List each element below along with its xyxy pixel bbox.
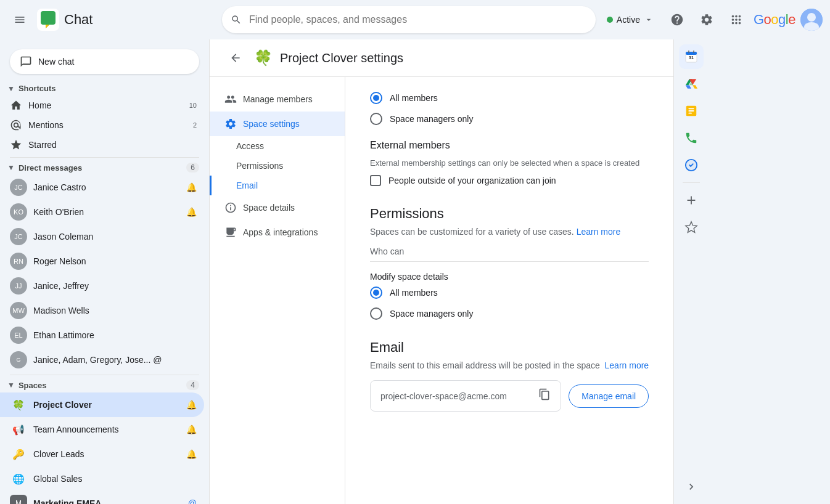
- spaces-label: Spaces: [18, 381, 183, 390]
- sidebar-item-starred[interactable]: Starred: [0, 135, 204, 155]
- nav-space-details[interactable]: Space details: [210, 195, 345, 220]
- radio-space-managers-2[interactable]: Space managers only: [370, 307, 649, 320]
- marketing-emea-icon: M: [10, 495, 27, 504]
- clover-icon: 🍀: [254, 49, 273, 67]
- email-address-input[interactable]: [380, 391, 533, 401]
- status-button[interactable]: Active: [601, 11, 660, 28]
- right-icon-expand[interactable]: [679, 474, 704, 499]
- keith-obrien-avatar: KO: [10, 203, 27, 221]
- madison-wells-name: Madison Wells: [33, 306, 197, 315]
- nav-space-settings[interactable]: Space settings: [210, 112, 345, 136]
- sidebar-item-team-announcements[interactable]: 📢 Team Announcements 🔔: [0, 417, 204, 442]
- right-icon-phone[interactable]: [679, 126, 704, 150]
- right-icon-keep[interactable]: [679, 99, 704, 123]
- email-input-row: Manage email: [370, 380, 649, 412]
- checkbox-outside-org-label: People outside of your organization can …: [388, 176, 556, 185]
- sidebar-item-group-chat[interactable]: G Janice, Adam, Gregory, Jose... @: [0, 348, 204, 372]
- roger-nelson-avatar: RN: [10, 253, 27, 270]
- sidebar-item-janice-jeffrey[interactable]: JJ Janice, Jeffrey: [0, 274, 204, 298]
- email-learn-more-link[interactable]: Learn more: [605, 360, 649, 370]
- right-icon-calendar[interactable]: 31: [679, 44, 704, 69]
- who-can-section: Who can Modify space details All members…: [370, 246, 649, 320]
- marketing-emea-name: Marketing EMEA: [33, 498, 182, 504]
- permissions-radio-group: All members Space managers only: [370, 287, 649, 320]
- nav-permissions[interactable]: Permissions: [210, 156, 345, 176]
- svg-rect-6: [686, 52, 697, 55]
- copy-icon[interactable]: [538, 388, 551, 404]
- shortcuts-header[interactable]: ▼ Shortcuts: [0, 81, 209, 96]
- sidebar: New chat ▼ Shortcuts Home 10 Mentions 2 …: [0, 39, 210, 504]
- group-chat-name: Janice, Adam, Gregory, Jose... @: [33, 355, 197, 365]
- apps-button[interactable]: [724, 7, 749, 32]
- keith-obrien-bell: 🔔: [186, 207, 197, 217]
- email-input-box: [370, 380, 561, 412]
- permissions-desc-text: Spaces can be customized for a variety o…: [370, 227, 574, 237]
- sidebar-item-marketing-emea[interactable]: M Marketing EMEA @: [0, 491, 204, 504]
- svg-rect-12: [688, 110, 694, 112]
- new-chat-button[interactable]: New chat: [10, 49, 199, 74]
- shortcuts-label: Shortcuts: [18, 84, 199, 93]
- right-icon-more[interactable]: [679, 188, 704, 213]
- search-input[interactable]: [222, 6, 596, 33]
- apps-integrations-label: Apps & integrations: [243, 227, 318, 237]
- phone-icon: [684, 131, 698, 145]
- sidebar-item-clover-leads[interactable]: 🔑 Clover Leads 🔔: [0, 442, 204, 466]
- checkbox-outside-org[interactable]: People outside of your organization can …: [370, 175, 649, 186]
- settings-button[interactable]: [694, 7, 719, 32]
- sidebar-item-ethan-lattimore[interactable]: EL Ethan Lattimore: [0, 323, 204, 348]
- keep-icon: [684, 104, 698, 118]
- hamburger-menu[interactable]: [7, 7, 32, 32]
- janice-jeffrey-avatar: JJ: [10, 277, 27, 295]
- chevron-down-icon: [644, 15, 654, 25]
- sidebar-item-keith-obrien[interactable]: KO Keith O'Brien 🔔: [0, 200, 204, 224]
- manage-members-icon: [224, 93, 237, 105]
- new-chat-icon: [20, 55, 32, 68]
- status-label: Active: [617, 15, 640, 25]
- spaces-header[interactable]: ▼ Spaces 4: [0, 378, 209, 392]
- sidebar-item-roger-nelson[interactable]: RN Roger Nelson: [0, 249, 204, 274]
- nav-manage-members[interactable]: Manage members: [210, 87, 345, 112]
- space-details-icon: [224, 201, 237, 214]
- right-icon-drive[interactable]: [679, 71, 704, 96]
- sidebar-item-mentions[interactable]: Mentions 2: [0, 115, 204, 135]
- divider-1: [10, 157, 199, 158]
- sidebar-item-jason-coleman[interactable]: JC Jason Coleman: [0, 224, 204, 249]
- topbar-left: Chat: [7, 7, 217, 32]
- team-announcements-name: Team Announcements: [33, 425, 180, 434]
- settings-header: 🍀 Project Clover settings: [210, 39, 673, 77]
- radio-all-members-1[interactable]: All members: [370, 92, 649, 104]
- svg-text:31: 31: [689, 55, 694, 60]
- who-can-separator: [370, 261, 649, 262]
- star-icon: [10, 139, 22, 151]
- manage-members-label: Manage members: [243, 94, 313, 104]
- roger-nelson-name: Roger Nelson: [33, 256, 197, 266]
- right-icon-tasks[interactable]: [679, 153, 704, 177]
- sidebar-item-janice-castro[interactable]: JC Janice Castro 🔔: [0, 175, 204, 200]
- user-avatar[interactable]: [800, 9, 823, 31]
- nav-apps-integrations[interactable]: Apps & integrations: [210, 220, 345, 245]
- sidebar-item-project-clover[interactable]: 🍀 Project Clover 🔔: [0, 392, 204, 417]
- nav-email[interactable]: Email: [210, 176, 345, 195]
- top-radio-group: All members Space managers only: [370, 92, 649, 125]
- right-icon-bookmark[interactable]: [679, 215, 704, 240]
- svg-rect-13: [688, 113, 692, 114]
- sidebar-item-global-sales[interactable]: 🌐 Global Sales: [0, 466, 204, 491]
- calendar-icon: 31: [684, 49, 699, 64]
- radio-circle-all-2: [370, 287, 382, 299]
- sidebar-item-home[interactable]: Home 10: [0, 96, 204, 115]
- access-label: Access: [236, 141, 264, 151]
- radio-space-managers-1[interactable]: Space managers only: [370, 113, 649, 125]
- nav-access[interactable]: Access: [210, 136, 345, 156]
- dm-header[interactable]: ▼ Direct messages 6: [0, 160, 209, 175]
- app-name: Chat: [64, 12, 92, 28]
- permissions-learn-more-link[interactable]: Learn more: [577, 227, 621, 237]
- radio-label-all-1: All members: [390, 93, 438, 103]
- help-button[interactable]: [665, 7, 689, 32]
- ethan-lattimore-name: Ethan Lattimore: [33, 330, 197, 340]
- back-button[interactable]: [224, 47, 247, 69]
- janice-castro-name: Janice Castro: [33, 182, 180, 192]
- manage-email-button[interactable]: Manage email: [569, 384, 649, 408]
- radio-all-members-2[interactable]: All members: [370, 287, 649, 299]
- sidebar-item-madison-wells[interactable]: MW Madison Wells: [0, 298, 204, 323]
- home-icon: [10, 99, 22, 112]
